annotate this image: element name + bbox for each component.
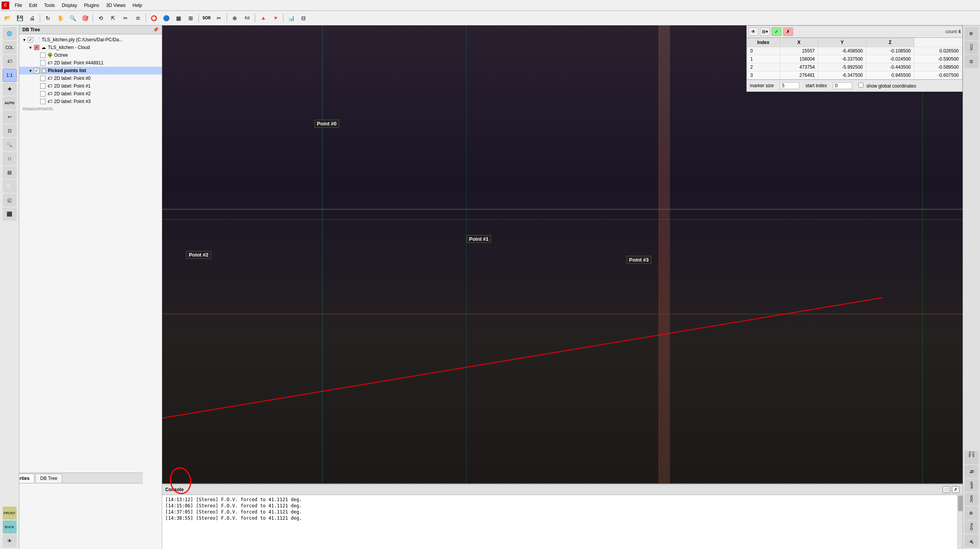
- tb-clip[interactable]: ✂: [213, 13, 225, 24]
- tb-open[interactable]: 📂: [2, 13, 13, 24]
- tb-kdtree[interactable]: Kd: [241, 13, 253, 24]
- console-restore-btn[interactable]: ⬜: [943, 486, 950, 493]
- tb-density[interactable]: ⊟: [298, 13, 309, 24]
- right-btn-csf[interactable]: CSF Filte: [965, 451, 978, 464]
- menu-edit[interactable]: Edit: [26, 2, 40, 9]
- sidebar-btn-cube1[interactable]: ⬜: [3, 180, 17, 193]
- floor-band-1: [162, 209, 963, 210]
- picker-view-btn[interactable]: ⊞▾: [760, 27, 770, 36]
- tree-arrow-root[interactable]: ▼: [22, 38, 28, 42]
- tb-plane[interactable]: ▦: [173, 13, 184, 24]
- menu-plugins[interactable]: Plugins: [81, 2, 102, 9]
- tb-pick[interactable]: 🎯: [79, 13, 91, 24]
- right-btn-seg[interactable]: ⊟: [965, 55, 978, 68]
- sidebar-btn-box[interactable]: □: [3, 152, 17, 165]
- tree-node-point1[interactable]: 🏷 2D label: Point #1: [19, 82, 162, 90]
- tree-checkbox-root[interactable]: ✓: [28, 37, 33, 42]
- sidebar-btn-eye[interactable]: 👁: [3, 534, 17, 547]
- tb-stats[interactable]: 📊: [285, 13, 297, 24]
- picker-confirm-btn[interactable]: ✓: [771, 27, 782, 36]
- tb-decimate[interactable]: 🔺: [257, 13, 269, 24]
- sidebar-btn-label[interactable]: 🏷: [3, 55, 17, 68]
- tree-arrow-picked[interactable]: ▼: [29, 69, 34, 73]
- tree-checkbox-p2[interactable]: [40, 91, 46, 96]
- tree-node-label448911[interactable]: 🏷 2D label: Point #448911: [19, 59, 162, 67]
- tb-pan[interactable]: ✋: [54, 13, 66, 24]
- tab-dbtree[interactable]: DB Tree: [35, 474, 62, 483]
- tree-checkbox-p3[interactable]: [40, 99, 46, 104]
- table-row[interactable]: 3 276481 -6.347500 0.945500 -0.607500: [747, 71, 962, 79]
- console-close-btn[interactable]: ✗: [952, 486, 960, 493]
- tb-zoom[interactable]: 🔍: [67, 13, 78, 24]
- tree-node-octree[interactable]: 🌳 Octree: [19, 51, 162, 59]
- tree-label-point3: 2D label: Point #3: [54, 99, 91, 104]
- menu-display[interactable]: Display: [59, 2, 80, 9]
- viewport-area[interactable]: Point #0 Point #1 Point #2 Point #3 👁 ⊞▾…: [162, 25, 963, 549]
- tree-node-pickedlist[interactable]: ▼ ✓ 📋 Picked points list: [19, 67, 162, 74]
- right-btn-n[interactable]: N̈: [965, 465, 978, 478]
- tb-translate[interactable]: ⟲: [95, 13, 107, 24]
- tree-node-cloud[interactable]: ▼ ✓ ☁ TLS_kitchen - Cloud: [19, 44, 162, 51]
- menu-file[interactable]: File: [12, 2, 25, 9]
- sidebar-btn-back[interactable]: BACK: [3, 520, 17, 534]
- tb-print[interactable]: 🖨: [26, 13, 38, 24]
- tree-checkbox-p0[interactable]: [40, 76, 46, 81]
- sidebar-btn-3d[interactable]: ⊡: [3, 124, 17, 137]
- sidebar-btn-color[interactable]: COL: [3, 41, 17, 54]
- tree-node-point0[interactable]: 🏷 2D label: Point #0: [19, 74, 162, 82]
- sidebar-btn-1to1[interactable]: 1:1: [3, 69, 17, 82]
- right-btn-m3c[interactable]: M3C: [965, 493, 978, 506]
- tb-rotate[interactable]: ↻: [42, 13, 54, 24]
- console-scrollbar[interactable]: [957, 495, 963, 549]
- tb-scale[interactable]: ⇱: [107, 13, 119, 24]
- tree-arrow-cloud[interactable]: ▼: [29, 46, 34, 50]
- menu-tools[interactable]: Tools: [41, 2, 58, 9]
- tree-node-point2[interactable]: 🏷 2D label: Point #2: [19, 90, 162, 98]
- tb-smooth[interactable]: 🔻: [270, 13, 281, 24]
- sidebar-btn-plus[interactable]: ✚: [3, 83, 17, 96]
- start-index-input[interactable]: [833, 82, 852, 89]
- table-row[interactable]: 1 158004 -6.337500 -0.024500 -0.590500: [747, 55, 962, 63]
- tree-checkbox-lbl448[interactable]: [40, 60, 46, 66]
- tb-circle[interactable]: ⭕: [148, 13, 159, 24]
- tree-node-root[interactable]: ▼ ✓ 📄 TLS_kitchen.ply (C:/Users/Dai-PC/D…: [19, 36, 162, 44]
- tb-sphere[interactable]: 🔵: [160, 13, 172, 24]
- menu-help[interactable]: Help: [129, 2, 145, 9]
- tree-checkbox-p1[interactable]: [40, 83, 46, 89]
- tree-node-measurements[interactable]: measurements: [19, 105, 162, 112]
- cell-idx: 3: [747, 71, 780, 79]
- tb-cylinder[interactable]: ⊞: [185, 13, 197, 24]
- sidebar-btn-auto[interactable]: AUTO: [3, 96, 17, 110]
- table-row[interactable]: 0 15557 -6.458500 -0.108500 0.026500: [747, 47, 962, 55]
- tb-normals[interactable]: ⊕: [229, 13, 241, 24]
- tree-label-point0: 2D label: Point #0: [54, 76, 91, 81]
- sidebar-btn-cube3[interactable]: ⬛: [3, 208, 17, 221]
- picker-eye-btn[interactable]: 👁: [748, 27, 758, 36]
- picker-cancel-btn[interactable]: ✗: [783, 27, 793, 36]
- right-btn-rad[interactable]: RAD: [965, 520, 978, 534]
- tree-node-point3[interactable]: 🏷 2D label: Point #3: [19, 98, 162, 105]
- show-global-coords-checkbox[interactable]: [858, 83, 863, 88]
- right-btn-gear[interactable]: ⚙: [965, 507, 978, 520]
- menu-3dviews[interactable]: 3D Views: [103, 2, 129, 9]
- tree-checkbox-cloud[interactable]: ✓: [34, 45, 39, 50]
- sidebar-btn-layers[interactable]: ▤: [3, 166, 17, 179]
- marker-size-input[interactable]: [780, 82, 799, 89]
- db-tree-pin[interactable]: 📌: [153, 27, 159, 32]
- tb-cut[interactable]: ✂: [120, 13, 131, 24]
- tree-checkbox-octree[interactable]: [40, 52, 46, 58]
- tb-save[interactable]: 💾: [14, 13, 25, 24]
- sidebar-btn-navigate[interactable]: 🌐: [3, 27, 17, 40]
- table-row[interactable]: 2 473754 -5.992500 -0.443500 -0.589500: [747, 63, 962, 71]
- sidebar-btn-front[interactable]: FRONT: [3, 507, 17, 520]
- sidebar-btn-search[interactable]: 🔍: [3, 138, 17, 151]
- right-btn-col[interactable]: COL: [965, 41, 978, 54]
- right-btn-colorscale[interactable]: ⚙: [965, 27, 978, 40]
- sidebar-btn-cube2[interactable]: ◱: [3, 194, 17, 207]
- tb-sor[interactable]: SOR: [201, 13, 212, 24]
- tb-segment[interactable]: ⧈: [132, 13, 144, 24]
- tree-checkbox-picked[interactable]: ✓: [34, 68, 39, 73]
- right-btn-plugin[interactable]: 🔌: [965, 534, 978, 547]
- right-btn-hpr[interactable]: HPR: [965, 479, 978, 492]
- sidebar-btn-undo[interactable]: ↩: [3, 110, 17, 123]
